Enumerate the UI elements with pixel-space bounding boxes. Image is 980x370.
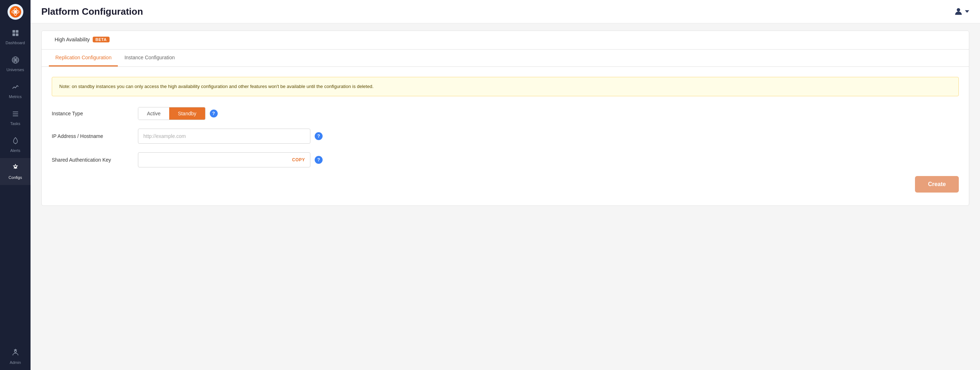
auth-key-container: COPY [138, 152, 310, 167]
auth-key-control: COPY ? [138, 152, 323, 167]
sidebar: Dashboard Universes Metrics [0, 0, 30, 370]
instance-type-row: Instance Type Active Standby ? [52, 107, 959, 120]
top-tab-bar: High Availability BETA [42, 31, 969, 49]
auth-key-help-icon[interactable]: ? [315, 156, 323, 164]
create-button[interactable]: Create [915, 176, 959, 192]
sidebar-item-label: Metrics [9, 94, 22, 99]
metrics-icon [11, 83, 19, 93]
page-title: Platform Configuration [41, 6, 143, 17]
sidebar-item-admin[interactable]: Admin [0, 343, 30, 370]
sidebar-item-alerts[interactable]: Alerts [0, 131, 30, 158]
sidebar-item-tasks[interactable]: Tasks [0, 104, 30, 131]
universes-icon [11, 56, 19, 66]
dashboard-icon [11, 29, 19, 39]
active-toggle-btn[interactable]: Active [138, 107, 169, 120]
configs-icon [11, 164, 19, 173]
create-button-row: Create [52, 176, 959, 192]
standby-toggle-btn[interactable]: Standby [169, 107, 205, 120]
auth-key-input[interactable] [143, 157, 292, 163]
sub-tab-bar: Replication Configuration Instance Confi… [42, 49, 969, 67]
ip-address-input[interactable] [138, 129, 310, 144]
svg-rect-6 [16, 33, 18, 36]
tab-high-availability[interactable]: High Availability BETA [49, 31, 117, 49]
ip-address-control: ? [138, 129, 323, 144]
ip-address-label: IP Address / Hostname [52, 133, 138, 139]
sidebar-item-label: Alerts [10, 148, 20, 152]
user-menu[interactable] [953, 6, 969, 16]
tasks-icon [11, 110, 19, 120]
copy-button[interactable]: COPY [292, 157, 305, 162]
tab-high-availability-label: High Availability [55, 37, 90, 42]
auth-key-row: Shared Authentication Key COPY ? [52, 152, 959, 167]
sidebar-logo [0, 0, 30, 23]
svg-rect-4 [16, 30, 18, 32]
page-content: High Availability BETA Replication Confi… [30, 23, 980, 370]
svg-point-7 [14, 59, 16, 61]
sidebar-item-label: Dashboard [6, 41, 25, 45]
sidebar-item-configs[interactable]: Configs [0, 158, 30, 185]
ip-address-row: IP Address / Hostname ? [52, 129, 959, 144]
ip-address-help-icon[interactable]: ? [315, 132, 323, 140]
sidebar-item-label: Tasks [10, 121, 20, 126]
header: Platform Configuration [30, 0, 980, 23]
auth-key-label: Shared Authentication Key [52, 157, 138, 163]
replication-tab-content: Note: on standby instances you can only … [42, 67, 969, 205]
sidebar-item-label: Universes [6, 68, 24, 72]
sidebar-item-label: Admin [10, 360, 21, 365]
instance-type-label: Instance Type [52, 111, 138, 116]
sidebar-item-universes[interactable]: Universes [0, 50, 30, 77]
logo [8, 4, 23, 20]
config-card: High Availability BETA Replication Confi… [41, 30, 969, 206]
beta-badge: BETA [93, 37, 110, 42]
svg-point-0 [14, 10, 16, 13]
sidebar-item-label: Configs [9, 175, 22, 179]
notice-text: Note: on standby instances you can only … [59, 84, 374, 89]
svg-point-17 [957, 8, 960, 11]
tab-replication-configuration[interactable]: Replication Configuration [49, 49, 118, 67]
user-icon [953, 6, 964, 16]
tab-instance-configuration[interactable]: Instance Configuration [118, 49, 181, 67]
svg-rect-3 [12, 30, 15, 32]
notice-banner: Note: on standby instances you can only … [52, 77, 959, 96]
alerts-icon [11, 137, 19, 146]
instance-type-help-icon[interactable]: ? [210, 110, 218, 118]
instance-type-control: Active Standby ? [138, 107, 218, 120]
svg-point-15 [14, 167, 16, 169]
chevron-down-icon [965, 10, 969, 14]
main-area: Platform Configuration High Availability… [30, 0, 980, 370]
sidebar-item-dashboard[interactable]: Dashboard [0, 23, 30, 50]
admin-icon [11, 349, 19, 359]
svg-rect-5 [12, 33, 15, 36]
sidebar-item-metrics[interactable]: Metrics [0, 77, 30, 104]
instance-type-toggle: Active Standby [138, 107, 205, 120]
